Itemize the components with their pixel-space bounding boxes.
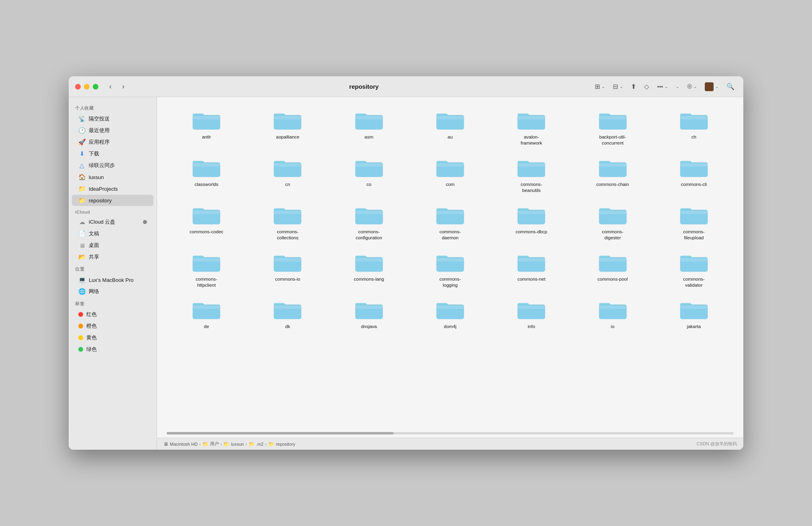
folder-item-au[interactable]: au	[410, 105, 490, 149]
breadcrumb-repo-label: repository	[276, 442, 295, 446]
folder-item-commons-collections[interactable]: commons-collections	[248, 200, 327, 244]
account-button[interactable]: ® ⌄	[685, 82, 699, 92]
svg-rect-44	[193, 210, 220, 214]
sidebar-item-shared[interactable]: 📂 共享	[72, 251, 153, 263]
idea-icon: 📁	[78, 185, 86, 192]
yellow-tag-dot	[78, 335, 83, 340]
folder-item-commons-beanutils[interactable]: commons-beanutils	[492, 153, 571, 197]
sidebar-item-tag-green[interactable]: 绿色	[72, 344, 153, 355]
tag-button[interactable]: ◇	[642, 81, 651, 92]
folder-item-avalon-framework[interactable]: avalon-framework	[492, 105, 571, 149]
folder-item-commons-io[interactable]: commons-io	[248, 247, 327, 292]
folder-item-commons-pool[interactable]: commons-pool	[573, 247, 652, 292]
folder-item-dom4j[interactable]: dom4j	[410, 295, 490, 333]
view-toggle-button[interactable]: ⊞ ⌄	[592, 81, 607, 92]
folder-item-commons-lang[interactable]: commons-lang	[329, 247, 409, 292]
folder-item-aopalliance[interactable]: aopalliance	[248, 105, 327, 149]
folder-name: commons-collections	[269, 229, 306, 241]
folder-item-commons-digester[interactable]: commons-digester	[573, 200, 652, 244]
sidebar-item-apps[interactable]: 🚀 应用程序	[72, 137, 153, 148]
sidebar-item-tag-red[interactable]: 红色	[72, 309, 153, 320]
scroll-track[interactable]	[167, 432, 734, 434]
sidebar-item-label: 文稿	[89, 230, 99, 237]
folder-item-commons-logging[interactable]: commons-logging	[410, 247, 490, 292]
sidebar-item-luxsun[interactable]: 🏠 luxsun	[72, 171, 153, 183]
folder-item-info[interactable]: info	[492, 295, 571, 333]
sidebar-item-recent[interactable]: 🕐 最近使用	[72, 125, 153, 136]
folder-name: asm	[365, 134, 373, 140]
folder-item-de[interactable]: de	[167, 295, 246, 333]
folder-icon	[598, 251, 627, 274]
sidebar-item-label: 桌面	[89, 242, 99, 249]
folder-item-commons-httpclient[interactable]: commons-httpclient	[167, 247, 246, 292]
sidebar-item-label: 红色	[86, 311, 97, 318]
more-button[interactable]: ••• ⌄	[655, 82, 670, 92]
folder-icon	[192, 203, 221, 226]
svg-rect-26	[274, 163, 301, 167]
avatar-button[interactable]: ⌄	[702, 81, 721, 93]
search-button[interactable]: 🔍	[724, 81, 737, 92]
folder-item-commons-configuration[interactable]: commons-configuration	[329, 200, 409, 244]
folder-item-commons-daemon[interactable]: commons-daemon	[410, 200, 490, 244]
sidebar-item-idea[interactable]: 📁 IdeaProjects	[72, 183, 153, 194]
sidebar-item-label: 网络	[89, 288, 99, 295]
close-button[interactable]	[75, 84, 81, 90]
folder-name: commons-beanutils	[513, 181, 549, 194]
folder-item-commons-chain[interactable]: commons-chain	[573, 153, 652, 197]
folder-item-commons-validator[interactable]: commons-validator	[654, 247, 734, 292]
folder-name: commons-configuration	[351, 229, 387, 241]
folder-item-commons-cli[interactable]: commons-cli	[654, 153, 734, 197]
folder-item-co[interactable]: co	[329, 153, 409, 197]
sidebar-item-repository[interactable]: 📁 repository	[72, 195, 153, 206]
green-tag-dot	[78, 347, 83, 352]
sidebar-item-airdrop[interactable]: 📡 隔空投送	[72, 113, 153, 124]
sidebar-item-tag-orange[interactable]: 橙色	[72, 320, 153, 332]
folder-item-cn[interactable]: cn	[248, 153, 327, 197]
svg-rect-71	[355, 258, 383, 261]
group-button[interactable]: ⊟ ⌄	[610, 81, 625, 92]
folder-item-commons-codec[interactable]: commons-codec	[167, 200, 246, 244]
folder-item-asm[interactable]: asm	[329, 105, 409, 149]
folder-item-classworlds[interactable]: classworlds	[167, 153, 246, 197]
folder-item-jakarta[interactable]: jakarta	[654, 295, 734, 333]
folder-item-io[interactable]: io	[573, 295, 652, 333]
svg-rect-53	[437, 210, 464, 214]
minimize-button[interactable]	[84, 84, 90, 90]
folder-item-com[interactable]: com	[410, 153, 490, 197]
sidebar-item-downloads[interactable]: ⬇ 下载	[72, 148, 153, 159]
svg-rect-29	[355, 163, 383, 167]
sidebar-item-tag-yellow[interactable]: 黄色	[72, 332, 153, 343]
sort-button[interactable]: ⌄	[673, 83, 681, 90]
svg-rect-89	[274, 305, 301, 309]
folder-item-dnsjava[interactable]: dnsjava	[329, 295, 409, 333]
scroll-thumb[interactable]	[167, 432, 394, 434]
back-button[interactable]: ‹	[105, 81, 116, 92]
statusbar: 🖥 Macintosh HD › 📁 用户 › 📁 luxsun › 📁 .m2	[157, 438, 743, 450]
folder-item-ch[interactable]: ch	[654, 105, 734, 149]
folder-item-dk[interactable]: dk	[248, 295, 327, 333]
svg-rect-104	[680, 305, 708, 309]
folder-item-commons-fileupload[interactable]: commons-fileupload	[654, 200, 734, 244]
sidebar-item-desktop[interactable]: 🖥 桌面	[72, 240, 153, 251]
svg-rect-17	[599, 116, 626, 119]
sidebar-item-macbook[interactable]: 💻 Lux's MacBook Pro	[72, 274, 153, 285]
folder-item-commons-net[interactable]: commons-net	[492, 247, 571, 292]
sidebar-item-network[interactable]: 🌐 网络	[72, 286, 153, 297]
sidebar-item-icloud[interactable]: ☁ iCloud 云盘	[72, 216, 153, 228]
forward-button[interactable]: ›	[118, 81, 129, 92]
svg-rect-56	[518, 210, 545, 214]
svg-rect-38	[599, 163, 626, 167]
folder-icon	[273, 108, 302, 132]
sidebar-item-label: 最近使用	[89, 127, 110, 134]
sidebar-item-documents[interactable]: 📄 文稿	[72, 228, 153, 239]
folder-item-commons-dbcp[interactable]: commons-dbcp	[492, 200, 571, 244]
sidebar-item-label: 下载	[89, 150, 99, 157]
airdrop-icon: 📡	[78, 115, 86, 122]
folder-name: backport-util-concurrent	[595, 134, 631, 146]
chevron-account-icon: ⌄	[694, 84, 697, 89]
folder-item-backport-util-concurrent[interactable]: backport-util-concurrent	[573, 105, 652, 149]
fullscreen-button[interactable]	[93, 84, 98, 90]
folder-item-antlr[interactable]: antlr	[167, 105, 246, 149]
sidebar-item-greenlink[interactable]: △ 绿联云同步	[72, 160, 153, 171]
share-button[interactable]: ⬆	[628, 81, 639, 92]
